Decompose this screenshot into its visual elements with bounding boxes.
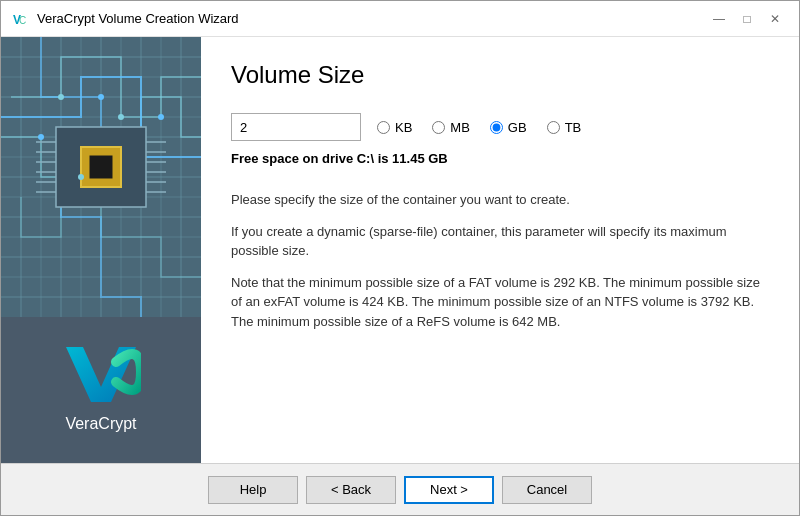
unit-gb-radio[interactable]: [490, 121, 503, 134]
unit-gb-text: GB: [508, 120, 527, 135]
veracrypt-logo-svg: [61, 337, 141, 407]
unit-kb-radio[interactable]: [377, 121, 390, 134]
content-area: VeraCrypt Volume Size KB MB: [1, 37, 799, 463]
help-button[interactable]: Help: [208, 476, 298, 504]
unit-tb-text: TB: [565, 120, 582, 135]
main-window: V C VeraCrypt Volume Creation Wizard — □…: [0, 0, 800, 516]
circuit-svg: [1, 37, 201, 317]
unit-tb-radio[interactable]: [547, 121, 560, 134]
desc-paragraph-3: Note that the minimum possible size of a…: [231, 273, 769, 332]
app-icon: V C: [13, 11, 29, 27]
main-panel: Volume Size KB MB GB: [201, 37, 799, 463]
svg-point-42: [118, 114, 124, 120]
svg-point-43: [78, 174, 84, 180]
unit-radio-group: KB MB GB TB: [377, 120, 581, 135]
sidebar-brand-label: VeraCrypt: [65, 415, 136, 433]
unit-mb-label[interactable]: MB: [432, 120, 470, 135]
back-button[interactable]: < Back: [306, 476, 396, 504]
unit-mb-radio[interactable]: [432, 121, 445, 134]
desc-paragraph-1: Please specify the size of the container…: [231, 190, 769, 210]
window-title: VeraCrypt Volume Creation Wizard: [37, 11, 239, 26]
size-input[interactable]: [231, 113, 361, 141]
cancel-button[interactable]: Cancel: [502, 476, 592, 504]
minimize-button[interactable]: —: [707, 7, 731, 31]
size-input-row: KB MB GB TB: [231, 113, 769, 141]
footer: Help < Back Next > Cancel: [1, 463, 799, 515]
title-bar-controls: — □ ✕: [707, 7, 787, 31]
unit-gb-label[interactable]: GB: [490, 120, 527, 135]
desc-paragraph-2: If you create a dynamic (sparse-file) co…: [231, 222, 769, 261]
title-bar-left: V C VeraCrypt Volume Creation Wizard: [13, 11, 239, 27]
sidebar: VeraCrypt: [1, 37, 201, 463]
close-button[interactable]: ✕: [763, 7, 787, 31]
unit-tb-label[interactable]: TB: [547, 120, 582, 135]
free-space-info: Free space on drive C:\ is 11.45 GB: [231, 151, 769, 166]
svg-rect-28: [89, 155, 113, 179]
maximize-button[interactable]: □: [735, 7, 759, 31]
svg-point-45: [38, 134, 44, 140]
description-area: Please specify the size of the container…: [231, 190, 769, 331]
unit-mb-text: MB: [450, 120, 470, 135]
svg-point-41: [58, 94, 64, 100]
logo-area: VeraCrypt: [51, 317, 151, 463]
unit-kb-label[interactable]: KB: [377, 120, 412, 135]
svg-point-46: [98, 94, 104, 100]
circuit-graphic: [1, 37, 201, 317]
page-title: Volume Size: [231, 61, 769, 89]
svg-point-44: [158, 114, 164, 120]
next-button[interactable]: Next >: [404, 476, 494, 504]
svg-text:C: C: [19, 15, 26, 26]
title-bar: V C VeraCrypt Volume Creation Wizard — □…: [1, 1, 799, 37]
unit-kb-text: KB: [395, 120, 412, 135]
